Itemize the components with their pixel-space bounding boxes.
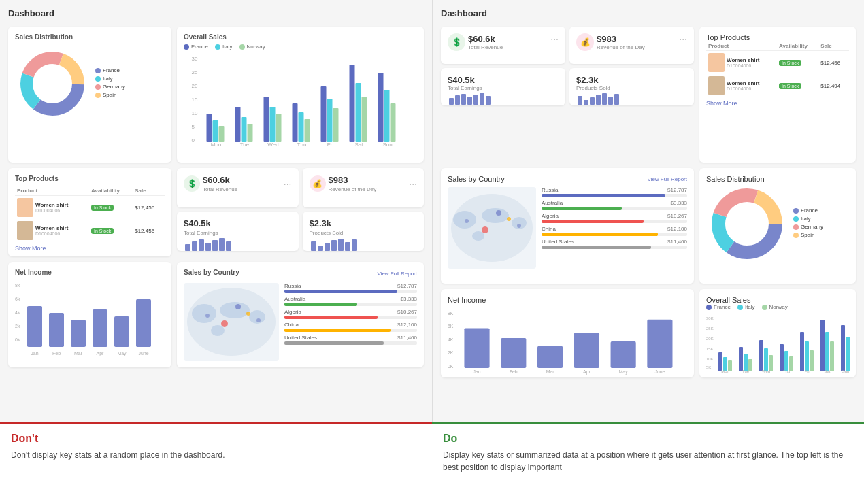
svg-rect-17 [248,124,253,142]
svg-rect-90 [590,97,595,105]
donut-container: France Italy Germany Spain [15,46,165,121]
svg-point-72 [192,304,216,323]
svg-point-103 [482,226,488,233]
svg-text:Tue: Tue [742,369,750,373]
legend-spain: Spain [103,92,116,98]
right-overall-chart: 30K 25K 20K 15K 10K 5K [706,313,852,374]
svg-rect-150 [830,341,834,371]
svg-point-102 [465,219,469,223]
svg-text:Sun: Sun [382,141,392,148]
right-show-more[interactable]: Show More [706,100,849,107]
right-total-earnings-label: Total Earnings [448,85,559,91]
svg-text:Mar: Mar [546,369,554,374]
left-total-earnings-value: $40.5k [184,218,292,229]
svg-rect-25 [327,99,333,142]
right-overall-sales-title: Overall Sales [706,296,849,304]
svg-rect-32 [391,103,396,142]
svg-text:Mon: Mon [721,369,729,373]
svg-rect-84 [467,97,472,105]
svg-text:10K: 10K [706,357,714,361]
svg-rect-91 [596,95,601,105]
svg-text:30: 30 [192,56,198,62]
right-total-earnings-card: $40.5k Total Earnings [441,68,565,105]
svg-rect-117 [537,346,563,368]
svg-rect-19 [270,107,276,142]
right-top-products-title: Top Products [706,33,849,41]
svg-rect-51 [338,239,344,251]
earnings-sparkline [184,236,238,251]
svg-rect-85 [473,95,478,105]
right-total-revenue-card: 💲 $60.6k Total Revenue ··· [441,27,565,64]
right-col-product: Product [706,41,777,51]
svg-rect-31 [384,90,390,142]
svg-text:Fri: Fri [805,369,810,373]
right-world-map [448,187,536,269]
legend-france: France [103,67,120,73]
svg-text:10: 10 [192,110,198,116]
svg-rect-142 [780,344,784,371]
right-overall-legend: France Italy Norway [706,304,849,310]
svg-text:Sat: Sat [354,141,363,148]
right-revenue-day-dots[interactable]: ··· [679,33,687,51]
svg-rect-89 [584,100,588,105]
svg-rect-28 [356,83,361,142]
svg-text:6K: 6K [448,324,454,329]
svg-rect-64 [136,299,151,347]
svg-rect-50 [331,240,337,251]
left-world-map [184,283,279,361]
svg-rect-53 [352,239,357,251]
right-net-income-chart: 8K 6K 4K 2K 0K Jan Feb Mar Apr May [448,304,687,375]
svg-rect-49 [325,243,330,251]
right-col-sale: Sale [818,41,849,51]
svg-rect-118 [574,333,599,368]
right-sales-dist-title: Sales Distribution [706,175,849,183]
svg-rect-63 [114,316,129,347]
svg-text:30K: 30K [706,316,714,320]
svg-text:Feb: Feb [52,351,61,356]
svg-rect-12 [207,114,212,142]
left-products-sold-label: Products Sold [310,230,418,236]
svg-rect-13 [213,120,218,142]
right-col-availability: Availability [777,41,818,51]
left-show-more[interactable]: Show More [15,245,165,252]
svg-rect-82 [455,95,460,105]
svg-text:20K: 20K [706,337,714,341]
svg-text:Fri: Fri [327,141,334,148]
svg-point-96 [453,211,476,229]
left-products-sold-card: $2.3k Products Sold [303,212,425,251]
svg-point-76 [235,304,241,309]
table-row: Women shirtD10004006 In Stock $12,456 [15,196,165,220]
svg-rect-61 [71,320,86,347]
svg-rect-20 [276,114,282,142]
right-revenue-dots[interactable]: ··· [550,33,559,51]
svg-rect-46 [226,241,231,251]
right-sales-by-country-card: Sales by Country View Full Report [441,168,694,284]
revenue-day-menu-dots[interactable]: ··· [409,178,417,189]
svg-rect-59 [27,306,42,347]
right-total-revenue-value: $60.6k [468,34,503,44]
svg-rect-43 [205,243,211,251]
svg-rect-140 [764,348,768,371]
svg-rect-93 [608,97,613,105]
svg-rect-30 [378,73,384,142]
donut-chart [15,46,90,121]
col-sale: Sale [133,186,165,196]
svg-text:Wed: Wed [762,369,770,373]
svg-rect-42 [199,239,204,251]
svg-rect-21 [293,103,298,142]
revenue-menu-dots[interactable]: ··· [284,178,292,189]
right-revenue-icon: 💲 [448,33,465,51]
svg-rect-62 [93,309,107,347]
sold-sparkline [310,236,364,251]
right-revenue-day-label: Revenue of the Day [597,44,645,50]
left-view-full-report[interactable]: View Full Report [377,271,417,277]
right-view-full-report[interactable]: View Full Report [647,176,687,182]
right-country-bars: Russia$12,787 Australia$3,333 Algeria$10… [542,187,687,269]
svg-text:Wed: Wed [267,141,278,148]
legend-italy: Italy [103,75,113,82]
svg-rect-81 [449,98,454,105]
svg-rect-147 [810,350,814,371]
right-net-income-title: Net Income [448,296,687,304]
svg-rect-40 [185,244,190,251]
svg-rect-41 [192,241,197,251]
